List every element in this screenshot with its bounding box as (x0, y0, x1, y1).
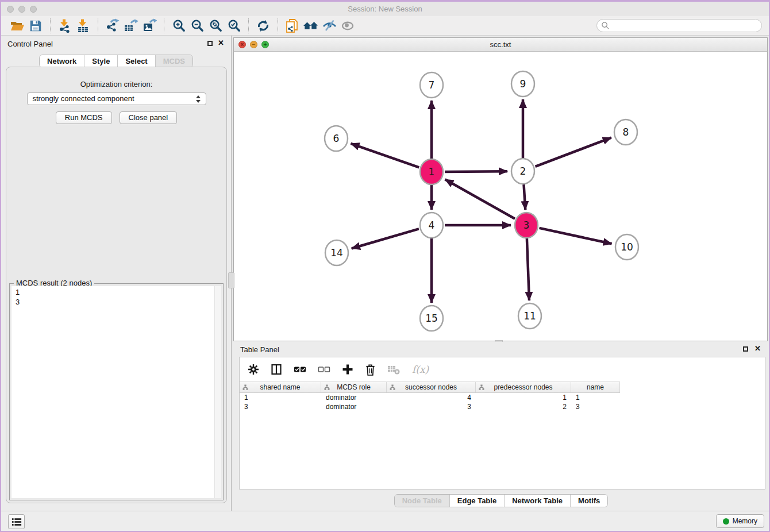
zoom-in-icon (172, 18, 186, 33)
table-cell: 4 (387, 394, 476, 402)
table-cell: 1 (240, 394, 321, 402)
tab-node-table[interactable]: Node Table (395, 495, 449, 507)
graph-node-7[interactable]: 7 (420, 72, 443, 98)
column-header-name[interactable]: name (571, 382, 620, 392)
zoom-selected-button[interactable] (225, 18, 243, 34)
close-button[interactable] (7, 6, 14, 13)
split-columns-button[interactable] (271, 364, 282, 375)
column-header-shared-name[interactable]: shared name (240, 382, 321, 392)
mcds-result-area[interactable]: 13 (11, 286, 221, 498)
graph-edge-3-10[interactable] (540, 228, 612, 244)
zoom-in-button[interactable] (170, 18, 188, 34)
minimize-button[interactable] (18, 6, 25, 13)
window-title: Session: New Session (348, 5, 422, 13)
task-list-icon (11, 518, 22, 526)
add-column-button[interactable] (342, 364, 353, 375)
graph-node-2[interactable]: 2 (511, 159, 534, 184)
column-header-successor-nodes[interactable]: successor nodes (387, 382, 476, 392)
table-settings-button[interactable] (248, 364, 259, 375)
close-panel-button[interactable]: Close panel (120, 111, 178, 124)
graph-node-4[interactable]: 4 (420, 213, 443, 238)
network-minimize-button[interactable]: − (250, 41, 257, 48)
graph-edge-2-8[interactable] (536, 138, 611, 167)
zoom-out-button[interactable] (188, 18, 206, 34)
plus-icon (342, 364, 353, 375)
open-button[interactable] (8, 18, 26, 34)
zoom-fit-button[interactable] (206, 18, 225, 34)
svg-text:7: 7 (429, 79, 435, 91)
show-graphics-details-button[interactable] (338, 18, 357, 34)
task-history-button[interactable] (8, 514, 25, 529)
float-panel-icon[interactable] (207, 41, 213, 46)
column-header-predecessor-nodes[interactable]: predecessor nodes (476, 382, 571, 392)
unselect-all-button[interactable] (318, 365, 330, 373)
network-window-controls: × − + (238, 41, 269, 48)
export-network-button[interactable] (103, 18, 122, 34)
tab-network-table[interactable]: Network Table (504, 495, 570, 507)
graph-edge-3-1[interactable] (445, 179, 515, 218)
graph-node-11[interactable]: 11 (518, 303, 541, 329)
first-neighbors-houses-icon (303, 18, 319, 33)
export-image-button[interactable] (140, 18, 159, 34)
graph-node-8[interactable]: 8 (614, 119, 637, 145)
toolbar-separator (248, 18, 249, 33)
graph-edge-4-14[interactable] (352, 229, 419, 248)
search-input[interactable] (612, 20, 761, 32)
tab-mcds[interactable]: MCDS (155, 55, 192, 67)
tab-style[interactable]: Style (84, 55, 117, 67)
svg-text:6: 6 (333, 133, 340, 144)
apply-layout-button[interactable] (254, 18, 272, 34)
network-close-button[interactable]: × (238, 41, 246, 48)
graph-node-10[interactable]: 10 (615, 234, 638, 260)
graph-edge-3-11[interactable] (527, 238, 529, 300)
tab-edge-table[interactable]: Edge Table (449, 495, 504, 507)
tab-network[interactable]: Network (40, 55, 84, 67)
delete-table-button[interactable] (387, 364, 401, 375)
toolbar-separator (50, 18, 51, 33)
maximize-button[interactable] (30, 6, 37, 13)
export-table-button[interactable] (122, 18, 140, 34)
hide-details-eye-icon (322, 18, 337, 33)
table-row[interactable]: 3dominator323 (240, 402, 765, 411)
network-maximize-button[interactable]: + (261, 41, 269, 48)
save-button[interactable] (26, 18, 45, 34)
graph-node-1[interactable]: 1 (420, 159, 443, 184)
vertical-split-handle[interactable] (228, 272, 234, 288)
graph-node-9[interactable]: 9 (511, 71, 534, 97)
run-mcds-button[interactable]: Run MCDS (56, 111, 112, 124)
select-all-button[interactable] (294, 365, 306, 373)
close-table-panel-icon[interactable]: ✕ (754, 344, 761, 353)
network-graph[interactable]: 7968124314101511 (234, 52, 767, 341)
function-builder-button[interactable]: f(x) (412, 364, 429, 375)
graph-edge-1-2[interactable] (445, 171, 507, 172)
graph-edge-1-6[interactable] (351, 144, 419, 168)
graph-node-14[interactable]: 14 (325, 240, 348, 265)
svg-text:10: 10 (621, 241, 633, 253)
status-bar: Memory (1, 511, 769, 531)
first-neighbors-button[interactable] (302, 18, 320, 34)
graph-node-3[interactable]: 3 (515, 213, 538, 238)
table-cell: 1 (571, 394, 620, 402)
delete-column-button[interactable] (365, 364, 376, 376)
network-canvas[interactable]: 7968124314101511 (234, 52, 767, 341)
hide-graphics-details-button[interactable] (320, 18, 338, 34)
table-row[interactable]: 1dominator411 (240, 393, 765, 402)
criterion-select[interactable]: strongly connected component (27, 92, 206, 105)
copy-network-button[interactable] (283, 18, 302, 34)
mcds-result-line: 3 (16, 297, 217, 307)
tab-select[interactable]: Select (117, 55, 155, 67)
table-panel-body: f(x) shared nameMCDS rolesuccessor nodes… (239, 357, 765, 489)
mcds-result-line: 1 (16, 287, 217, 297)
graph-edge-2-3[interactable] (524, 184, 526, 210)
float-table-panel-icon[interactable] (743, 346, 748, 352)
column-header-MCDS-role[interactable]: MCDS role (321, 382, 387, 392)
import-table-button[interactable] (74, 18, 93, 34)
result-scrollbar[interactable] (214, 286, 221, 498)
close-panel-icon[interactable]: ✕ (218, 38, 224, 48)
control-panel: Control Panel ✕ NetworkStyleSelectMCDS O… (1, 36, 232, 511)
graph-node-6[interactable]: 6 (325, 126, 348, 151)
graph-node-15[interactable]: 15 (420, 306, 443, 331)
tab-motifs[interactable]: Motifs (570, 495, 607, 507)
memory-button[interactable]: Memory (716, 514, 764, 528)
import-network-button[interactable] (56, 18, 74, 34)
